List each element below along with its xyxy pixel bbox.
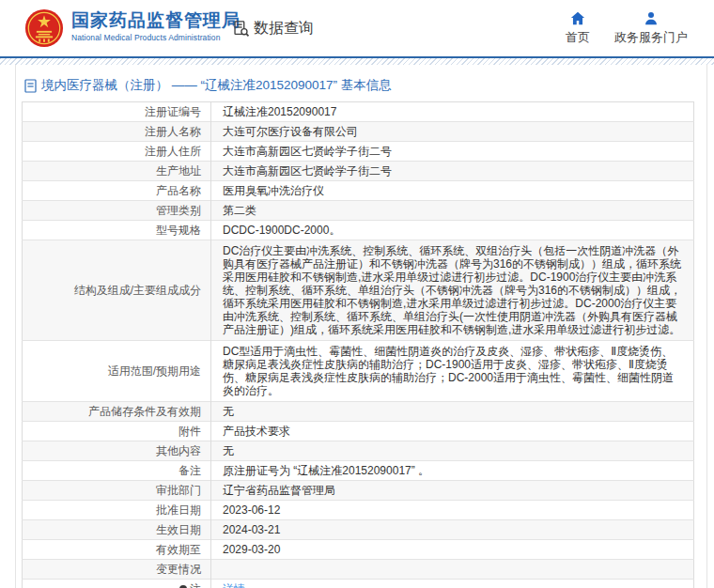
national-emblem-logo[interactable] bbox=[24, 8, 64, 48]
page-icon bbox=[24, 79, 37, 93]
row-label: 批准日期 bbox=[23, 501, 211, 520]
data-query-nav[interactable]: 数据查询 bbox=[232, 19, 314, 39]
table-row: 其他内容无 bbox=[23, 441, 694, 461]
row-label: 生效日期 bbox=[23, 520, 211, 540]
table-row: 注册人名称大连可尔医疗设备有限公司 bbox=[23, 122, 694, 142]
row-label: 附件 bbox=[23, 422, 211, 441]
table-row: 备注原注册证号为 “辽械注准20152090017” 。 bbox=[23, 461, 694, 481]
table-row: 变更情况 bbox=[23, 560, 694, 580]
row-value: 大连市高新园区七贤岭学子街二号 bbox=[211, 142, 694, 162]
agency-brand: 国家药品监督管理局 National Medical Products Admi… bbox=[71, 9, 241, 43]
row-value: 详情 bbox=[211, 580, 694, 588]
table-row: 适用范围/预期用途DC型适用于滴虫性、霉菌性、细菌性阴道炎的治疗及皮炎、湿疹、带… bbox=[23, 341, 694, 402]
row-label: 型号规格 bbox=[23, 221, 211, 240]
table-row: 批准日期2023-06-12 bbox=[23, 501, 694, 520]
nav-portal[interactable]: 政务服务门户 bbox=[614, 11, 688, 46]
nav-portal-label: 政务服务门户 bbox=[614, 29, 688, 46]
hatch-stripe bbox=[0, 58, 714, 65]
row-value: 辽宁省药品监督管理局 bbox=[211, 481, 694, 501]
row-value: 大连市高新园区七贤岭学子街二号 bbox=[211, 162, 694, 181]
row-value: 无 bbox=[211, 441, 694, 461]
row-label: 注 bbox=[23, 580, 211, 588]
row-label: 产品名称 bbox=[23, 181, 211, 201]
row-value: DC治疗仪主要由冲洗系统、控制系统、循环系统、双组治疗头（包括一次性阴道冲洗器（… bbox=[211, 240, 694, 341]
data-query-label: 数据查询 bbox=[254, 19, 314, 39]
table-row: 审批部门辽宁省药品监督管理局 bbox=[23, 481, 694, 501]
detail-link[interactable]: 详情 bbox=[223, 582, 245, 588]
row-value: 辽械注准20152090017 bbox=[211, 102, 694, 122]
table-row: 注册证编号辽械注准20152090017 bbox=[23, 102, 694, 122]
row-value bbox=[211, 560, 694, 580]
nav-home[interactable]: 首页 bbox=[566, 11, 590, 46]
table-row: 有效期至2029-03-20 bbox=[23, 540, 694, 560]
site-header: 国家药品监督管理局 National Medical Products Admi… bbox=[0, 0, 714, 56]
breadcrumb: 境内医疗器械（注册） —— “辽械注准20152090017” 基本信息 bbox=[16, 65, 706, 101]
table-row: 注册人住所大连市高新园区七贤岭学子街二号 bbox=[23, 142, 694, 162]
row-label: 变更情况 bbox=[23, 560, 211, 580]
info-table-body: 注册证编号辽械注准20152090017注册人名称大连可尔医疗设备有限公司注册人… bbox=[23, 102, 694, 588]
row-value: 2024-03-21 bbox=[211, 520, 694, 540]
agency-name-cn: 国家药品监督管理局 bbox=[71, 9, 241, 32]
row-label: 有效期至 bbox=[23, 540, 211, 560]
row-label: 产品储存条件及有效期 bbox=[23, 402, 211, 422]
row-value: 2029-03-20 bbox=[211, 540, 694, 560]
row-value: 无 bbox=[211, 402, 694, 422]
row-label: 生产地址 bbox=[23, 162, 211, 181]
row-label: 管理类别 bbox=[23, 201, 211, 221]
row-value: 产品技术要求 bbox=[211, 422, 694, 441]
row-value: 第二类 bbox=[211, 201, 694, 221]
row-label: 适用范围/预期用途 bbox=[23, 341, 211, 402]
table-row: 注详情 bbox=[23, 580, 694, 588]
row-label: 注册证编号 bbox=[23, 102, 211, 122]
registration-info-table: 注册证编号辽械注准20152090017注册人名称大连可尔医疗设备有限公司注册人… bbox=[22, 101, 694, 588]
user-icon bbox=[644, 11, 659, 25]
table-row: 管理类别第二类 bbox=[23, 201, 694, 221]
row-value: 原注册证号为 “辽械注准20152090017” 。 bbox=[211, 461, 694, 481]
content-panel: 境内医疗器械（注册） —— “辽械注准20152090017” 基本信息 注册证… bbox=[15, 65, 707, 588]
row-label: 审批部门 bbox=[23, 481, 211, 501]
table-row: 生产地址大连市高新园区七贤岭学子街二号 bbox=[23, 162, 694, 181]
row-label: 结构及组成/主要组成成分 bbox=[23, 240, 211, 341]
row-label: 注册人名称 bbox=[23, 122, 211, 142]
table-row: 产品名称医用臭氧冲洗治疗仪 bbox=[23, 181, 694, 201]
row-label: 其他内容 bbox=[23, 441, 211, 461]
table-row: 结构及组成/主要组成成分DC治疗仪主要由冲洗系统、控制系统、循环系统、双组治疗头… bbox=[23, 240, 694, 341]
emblem-icon bbox=[24, 8, 64, 48]
row-label: 注册人住所 bbox=[23, 142, 211, 162]
row-label: 备注 bbox=[23, 461, 211, 481]
agency-name-en: National Medical Products Administration bbox=[71, 32, 241, 43]
table-row: 型号规格DCDC-1900DC-2000。 bbox=[23, 221, 694, 240]
row-value: 2023-06-12 bbox=[211, 501, 694, 520]
row-value: DCDC-1900DC-2000。 bbox=[211, 221, 694, 240]
table-row: 生效日期2024-03-21 bbox=[23, 520, 694, 540]
top-nav: 首页 政务服务门户 bbox=[566, 11, 688, 46]
table-row: 产品储存条件及有效期无 bbox=[23, 402, 694, 422]
row-value: 医用臭氧冲洗治疗仪 bbox=[211, 181, 694, 201]
home-icon bbox=[570, 11, 585, 25]
document-search-icon bbox=[232, 20, 250, 38]
table-row: 附件产品技术要求 bbox=[23, 422, 694, 441]
page-title: 境内医疗器械（注册） —— “辽械注准20152090017” 基本信息 bbox=[41, 77, 392, 94]
row-value: DC型适用于滴虫性、霉菌性、细菌性阴道炎的治疗及皮炎、湿疹、带状疱疹、Ⅱ度烧烫伤… bbox=[211, 341, 694, 402]
nav-home-label: 首页 bbox=[566, 29, 590, 46]
row-value: 大连可尔医疗设备有限公司 bbox=[211, 122, 694, 142]
